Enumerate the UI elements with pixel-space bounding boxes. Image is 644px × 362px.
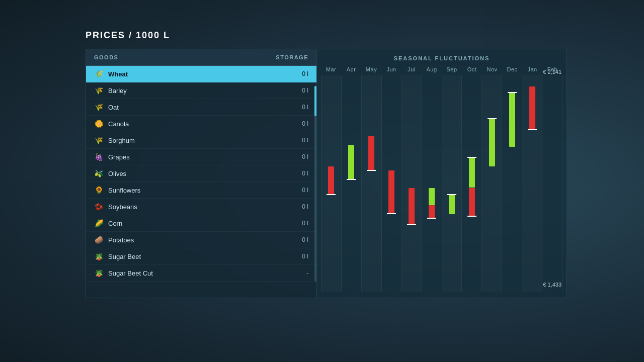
month-label-oct: Oct bbox=[462, 66, 482, 72]
bar-cap-jun bbox=[387, 213, 396, 214]
item-name-grapes: Grapes bbox=[108, 153, 130, 161]
item-icon-olives: 🫒 bbox=[94, 169, 103, 178]
item-icon-sugar-beet-cut: 🪴 bbox=[94, 268, 103, 278]
bar-jul bbox=[409, 188, 415, 225]
chart-col-jul bbox=[402, 75, 422, 292]
bar-cap-green-oct bbox=[467, 157, 476, 158]
item-name-barley: Barley bbox=[108, 87, 127, 95]
bar-cap-sep bbox=[447, 194, 456, 195]
goods-item-sunflowers[interactable]: 🌻 Sunflowers 0 l bbox=[86, 182, 316, 199]
goods-item-oat[interactable]: 🌾 Oat 0 l bbox=[86, 99, 316, 116]
item-storage-sorghum: 0 l bbox=[302, 137, 308, 144]
goods-item-grapes[interactable]: 🍇 Grapes 0 l bbox=[86, 149, 316, 165]
goods-column-header: GOODS bbox=[94, 54, 118, 60]
bar-red-oct bbox=[469, 188, 475, 216]
bar-cap-red-oct bbox=[467, 216, 476, 217]
bar-cap-apr bbox=[347, 179, 356, 180]
item-icon-potatoes: 🥔 bbox=[94, 235, 103, 244]
item-name-olives: Olives bbox=[108, 170, 126, 177]
month-label-apr: Apr bbox=[341, 66, 361, 72]
bar-nov bbox=[489, 119, 495, 166]
goods-item-corn[interactable]: 🌽 Corn 0 l bbox=[86, 215, 316, 232]
chart-col-dec bbox=[502, 75, 522, 292]
month-label-sep: Sep bbox=[442, 66, 462, 72]
chart-area bbox=[321, 75, 562, 292]
month-label-jan: Jan bbox=[522, 66, 542, 72]
item-storage-olives: 0 l bbox=[302, 170, 308, 177]
item-left-corn: 🌽 Corn bbox=[94, 219, 122, 228]
goods-item-canola[interactable]: 🌼 Canola 0 l bbox=[86, 116, 316, 132]
bar-cap-nov bbox=[488, 118, 497, 119]
bar-jun bbox=[388, 170, 394, 214]
item-name-soybeans: Soybeans bbox=[108, 203, 137, 211]
chart-col-jan bbox=[522, 75, 542, 292]
bar-cap-jul bbox=[407, 224, 416, 225]
chart-panel: SEASONAL FLUCTUATIONS MarAprMayJunJulAug… bbox=[317, 49, 567, 298]
item-icon-sunflowers: 🌻 bbox=[94, 186, 103, 195]
scrollbar[interactable] bbox=[314, 86, 316, 282]
item-name-canola: Canola bbox=[108, 120, 129, 128]
chart-col-nov bbox=[482, 75, 502, 292]
item-left-sorghum: 🌾 Sorghum bbox=[94, 136, 135, 145]
bar-cap-may bbox=[367, 170, 376, 171]
goods-item-sugar-beet-cut[interactable]: 🪴 Sugar Beet Cut - bbox=[86, 265, 316, 282]
item-icon-barley: 🌾 bbox=[94, 86, 103, 95]
item-storage-oat: 0 l bbox=[302, 104, 308, 111]
storage-column-header: STORAGE bbox=[276, 54, 308, 60]
chart-col-feb bbox=[542, 75, 562, 292]
item-left-sunflowers: 🌻 Sunflowers bbox=[94, 186, 140, 195]
item-icon-sugar-beet: 🪴 bbox=[94, 252, 103, 261]
bar-cap-dec bbox=[508, 92, 517, 93]
chart-col-sep bbox=[442, 75, 462, 292]
goods-item-wheat[interactable]: 🌾 Wheat 0 l bbox=[86, 66, 316, 82]
chart-col-may bbox=[362, 75, 382, 292]
goods-list-container: 🌾 Wheat 0 l 🌾 Barley 0 l 🌾 Oat 0 l 🌼 Can… bbox=[86, 66, 316, 282]
item-name-potatoes: Potatoes bbox=[108, 236, 134, 244]
item-left-grapes: 🍇 Grapes bbox=[94, 152, 130, 161]
bar-cap-aug bbox=[427, 218, 436, 219]
price-high-label: € 2,141 bbox=[543, 67, 561, 76]
item-storage-barley: 0 l bbox=[302, 87, 308, 94]
bar-apr bbox=[348, 145, 354, 179]
item-left-canola: 🌼 Canola bbox=[94, 119, 129, 128]
item-left-potatoes: 🥔 Potatoes bbox=[94, 235, 134, 244]
goods-item-sugar-beet[interactable]: 🪴 Sugar Beet 0 l bbox=[86, 248, 316, 265]
item-storage-wheat: 0 l bbox=[302, 70, 308, 77]
page-title: PRICES / 1000 L bbox=[86, 30, 644, 41]
chart-col-jun bbox=[382, 75, 402, 292]
item-icon-soybeans: 🫘 bbox=[94, 202, 103, 211]
item-name-oat: Oat bbox=[108, 104, 119, 111]
item-left-oat: 🌾 Oat bbox=[94, 103, 119, 112]
item-left-sugar-beet: 🪴 Sugar Beet bbox=[94, 252, 141, 261]
item-storage-potatoes: 0 l bbox=[302, 236, 308, 243]
month-label-aug: Aug bbox=[422, 66, 442, 72]
goods-item-sorghum[interactable]: 🌾 Sorghum 0 l bbox=[86, 132, 316, 149]
goods-item-barley[interactable]: 🌾 Barley 0 l bbox=[86, 82, 316, 99]
item-left-wheat: 🌾 Wheat bbox=[94, 69, 128, 78]
main-container: PRICES / 1000 L GOODS STORAGE 🌾 Wheat 0 … bbox=[0, 0, 644, 298]
item-storage-sugar-beet-cut: - bbox=[306, 269, 308, 277]
panels-container: GOODS STORAGE 🌾 Wheat 0 l 🌾 Barley 0 l 🌾… bbox=[86, 49, 558, 298]
item-storage-sugar-beet: 0 l bbox=[302, 253, 308, 260]
item-icon-corn: 🌽 bbox=[94, 219, 103, 228]
item-name-sugar-beet: Sugar Beet bbox=[108, 253, 141, 260]
goods-item-soybeans[interactable]: 🫘 Soybeans 0 l bbox=[86, 199, 316, 215]
month-label-mar: Mar bbox=[321, 66, 341, 72]
months-row: MarAprMayJunJulAugSepOctNovDecJanFeb bbox=[317, 66, 567, 72]
bar-jan bbox=[529, 86, 535, 130]
item-icon-oat: 🌾 bbox=[94, 103, 103, 112]
chart-col-oct bbox=[462, 75, 482, 292]
item-storage-canola: 0 l bbox=[302, 120, 308, 127]
price-low-label: € 1,433 bbox=[543, 280, 561, 289]
item-icon-grapes: 🍇 bbox=[94, 152, 103, 161]
goods-item-olives[interactable]: 🫒 Olives 0 l bbox=[86, 165, 316, 182]
bar-mar bbox=[328, 166, 334, 195]
item-name-wheat: Wheat bbox=[108, 70, 128, 78]
goods-item-potatoes[interactable]: 🥔 Potatoes 0 l bbox=[86, 232, 316, 248]
bar-green-aug bbox=[429, 188, 435, 205]
goods-list: 🌾 Wheat 0 l 🌾 Barley 0 l 🌾 Oat 0 l 🌼 Can… bbox=[86, 66, 316, 282]
chart-col-mar bbox=[321, 75, 342, 292]
item-left-soybeans: 🫘 Soybeans bbox=[94, 202, 137, 211]
bar-red-aug bbox=[429, 205, 435, 218]
chart-title: SEASONAL FLUCTUATIONS bbox=[317, 55, 567, 61]
